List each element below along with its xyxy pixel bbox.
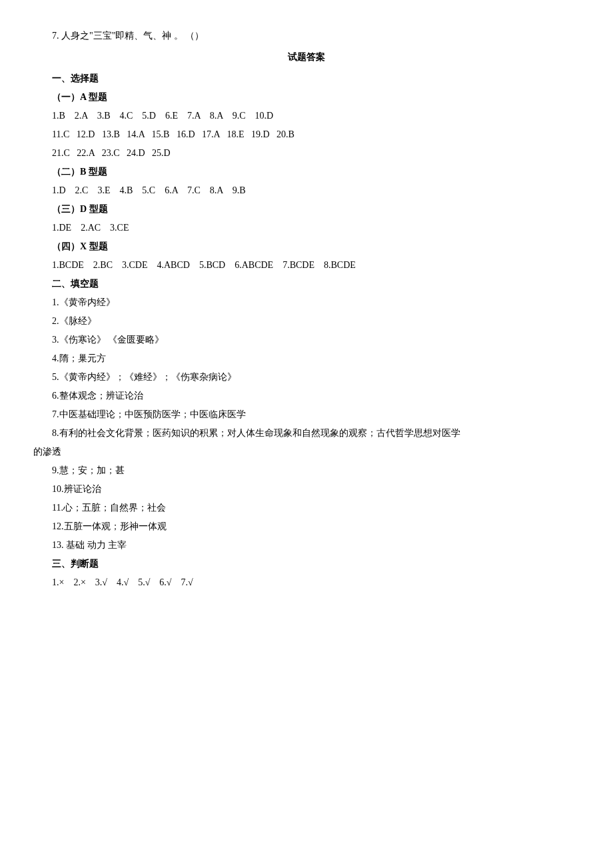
sub-d-title: （三）D 型题 bbox=[33, 200, 580, 219]
fill-8b: 的渗透 bbox=[33, 443, 580, 461]
x-answers-line-1: 1.BCDE 2.BC 3.CDE 4.ABCD 5.BCD 6.ABCDE 7… bbox=[33, 256, 580, 275]
fill-3: 3.《伤寒论》 《金匮要略》 bbox=[33, 331, 580, 349]
fill-13: 13. 基础 动力 主宰 bbox=[33, 536, 580, 555]
b-answers-line-1: 1.D 2.C 3.E 4.B 5.C 6.A 7.C 8.A 9.B bbox=[33, 181, 580, 200]
sub-b-title: （二）B 型题 bbox=[33, 163, 580, 181]
section-3-title: 三、判断题 bbox=[33, 555, 580, 573]
sub-x-title: （四）X 型题 bbox=[33, 237, 580, 256]
section-1-title: 一、选择题 bbox=[33, 69, 580, 88]
fill-11: 11.心；五脏；自然界；社会 bbox=[33, 499, 580, 517]
fill-10: 10.辨证论治 bbox=[33, 480, 580, 499]
section-2-title: 二、填空题 bbox=[33, 275, 580, 293]
sub-a-title: （一）A 型题 bbox=[33, 88, 580, 107]
fill-6: 6.整体观念；辨证论治 bbox=[33, 387, 580, 405]
answer-title: 试题答案 bbox=[33, 48, 580, 67]
fill-4: 4.隋；巢元方 bbox=[33, 349, 580, 368]
a-answers-line-2: 11.C 12.D 13.B 14.A 15.B 16.D 17.A 18.E … bbox=[33, 125, 580, 144]
fill-7: 7.中医基础理论；中医预防医学；中医临床医学 bbox=[33, 405, 580, 424]
fill-2: 2.《脉经》 bbox=[33, 312, 580, 331]
question-7: 7. 人身之"三宝"即精、气、神 。 （） bbox=[33, 27, 580, 45]
d-answers-line-1: 1.DE 2.AC 3.CE bbox=[33, 219, 580, 237]
a-answers-line-1: 1.B 2.A 3.B 4.C 5.D 6.E 7.A 8.A 9.C 10.D bbox=[33, 107, 580, 125]
fill-8: 8.有利的社会文化背景；医药知识的积累；对人体生命现象和自然现象的观察；古代哲学… bbox=[33, 424, 580, 443]
a-answers-line-3: 21.C 22.A 23.C 24.D 25.D bbox=[33, 144, 580, 163]
fill-1: 1.《黄帝内经》 bbox=[33, 293, 580, 312]
fill-5: 5.《黄帝内经》；《难经》；《伤寒杂病论》 bbox=[33, 368, 580, 387]
fill-9: 9.慧；安；加；甚 bbox=[33, 461, 580, 480]
fill-12: 12.五脏一体观；形神一体观 bbox=[33, 517, 580, 536]
judge-answers-line-1: 1.× 2.× 3.√ 4.√ 5.√ 6.√ 7.√ bbox=[33, 573, 580, 592]
